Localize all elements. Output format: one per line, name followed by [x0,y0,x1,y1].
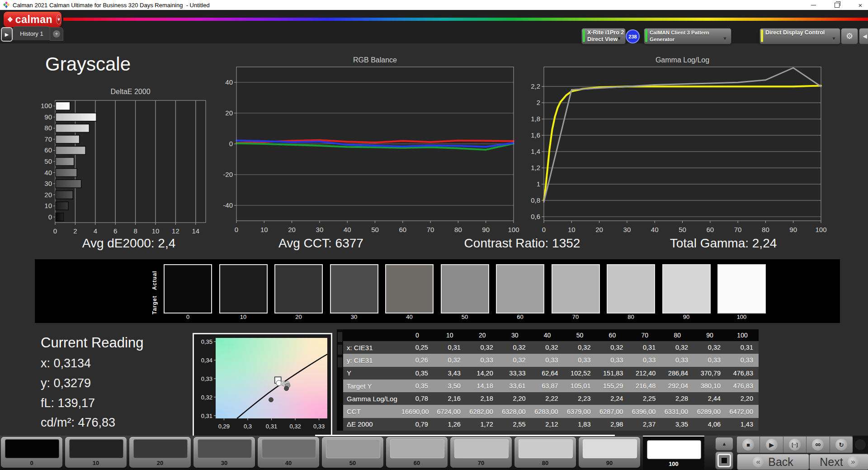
minimize-button[interactable] [808,1,818,9]
pattern-window-toggle-button[interactable] [715,451,733,470]
pattern-level-button-0[interactable]: 0 [1,437,62,468]
pattern-label: 90 [579,460,640,466]
refresh-icon: ↻ [835,439,847,451]
table-cell: 0,33 [628,354,661,366]
column-header: 30 [499,329,531,341]
minimize-icon [811,5,816,5]
continuous-button[interactable]: ∞ [807,437,830,453]
row-label: Target Y [343,380,401,392]
display-label: Direct Display Control [765,29,825,36]
swatch-level-30 [330,264,378,313]
avg-de2000-label: Avg dE2000: 2,4 [43,236,215,251]
svg-text:80: 80 [762,226,769,233]
pattern-label: 100 [643,461,704,467]
svg-text:50: 50 [371,226,379,233]
table-row: Gamma Log/Log0,782,162,182,202,222,232,2… [343,392,759,405]
pattern-label: 10 [65,460,127,466]
svg-text:60: 60 [399,226,406,233]
swatch-level-80 [607,264,655,313]
table-cell: 2,55 [499,418,531,431]
pattern-level-button-60[interactable]: 60 [386,437,448,468]
current-reading-heading: Current Reading [41,335,143,351]
back-button[interactable]: « Back [737,454,809,470]
settings-button[interactable]: ⚙ [841,28,858,44]
table-cell: 1,72 [466,418,499,431]
table-cell: 0,32 [693,341,726,354]
source-label: CalMAN Client 3 Pattern Generator [650,29,731,43]
svg-text:90: 90 [44,113,52,121]
svg-text:Gamma Log/Log: Gamma Log/Log [656,56,709,64]
svg-text:70: 70 [427,226,434,233]
svg-text:2: 2 [537,99,540,106]
pattern-label: 40 [258,460,319,466]
pattern-source-dropdown[interactable]: CalMAN Client 3 Pattern Generator ▼ [644,28,731,44]
chevron-left-icon: ◀ [863,33,867,39]
svg-text:0,31: 0,31 [266,423,277,430]
meter-dropdown[interactable]: X-Rite i1Pro 2 Direct View ▼ [581,28,626,44]
svg-text:20: 20 [595,226,603,233]
pattern-label: 70 [450,460,512,466]
stop-button[interactable]: ■ [737,437,760,453]
pattern-level-button-70[interactable]: 70 [450,437,512,468]
refresh-button[interactable]: ↻ [830,437,853,453]
column-header: 100 [726,329,759,341]
pattern-window-button[interactable]: [··] [783,437,807,453]
row-label: Y [343,367,401,380]
svg-text:4: 4 [94,227,97,235]
pattern-swatch [262,439,316,458]
svg-text:0,6: 0,6 [531,213,540,220]
table-cell: 63,87 [531,380,564,392]
column-header: 60 [596,329,628,341]
table-cell: 2,25 [628,392,661,405]
close-button[interactable]: × [855,1,865,9]
svg-text:30: 30 [316,226,324,233]
pattern-level-button-30[interactable]: 30 [193,437,255,468]
table-row: ΔE 20000,791,261,722,552,121,832,982,373… [343,418,759,431]
reading-cdm2: cd/m²: 476,83 [41,416,115,430]
history-nav-button[interactable]: ▶ [1,27,13,42]
calman-menu-button[interactable]: calman ▼ [4,12,61,27]
pattern-level-button-80[interactable]: 80 [514,437,576,468]
svg-text:70: 70 [734,226,742,233]
swatch-label: 90 [662,313,711,320]
display-control-dropdown[interactable]: Direct Display Control ▼ [760,28,840,44]
pattern-level-button-40[interactable]: 40 [258,437,319,468]
svg-text:2,2: 2,2 [531,82,540,90]
pattern-level-button-20[interactable]: 20 [129,437,191,468]
swatch-label: 30 [330,313,378,320]
play-button[interactable]: ▶ [760,437,783,453]
pattern-swatch [69,439,123,458]
column-header: 20 [466,329,499,341]
swatch-level-10 [219,264,268,313]
svg-text:0,8: 0,8 [531,196,540,204]
pattern-level-button-50[interactable]: 50 [322,437,383,468]
svg-text:60: 60 [706,226,714,233]
tab-history-1[interactable]: History 1 [13,26,51,40]
table-cell: 0,25 [401,341,434,354]
reading-fl: fL: 139,17 [41,396,95,410]
table-cell: 2,22 [531,392,564,405]
svg-text:DeltaE 2000: DeltaE 2000 [110,88,150,95]
pattern-level-button-10[interactable]: 10 [65,437,127,468]
pattern-level-button-90[interactable]: 90 [579,437,640,468]
next-button[interactable]: Next » [809,454,868,470]
table-cell: 2,37 [628,418,661,431]
svg-text:40: 40 [225,78,233,86]
table-cell: 0,32 [499,354,531,366]
svg-text:40: 40 [344,226,351,233]
pattern-level-button-100[interactable]: 100 [643,436,704,470]
add-tab-button[interactable]: + [50,27,63,41]
collapse-panel-button[interactable]: ◀ [859,28,868,44]
table-cell: 1,26 [434,418,466,431]
table-cell: 2,44 [693,392,726,405]
row-label: x: CIE31 [343,341,401,354]
table-cell: 14,18 [466,380,499,392]
cie-overlay: 0,350,340,330,320,310,290,30,310,320,33 [194,334,331,436]
table-row: CCT16690,006724,006282,006328,006283,006… [343,405,759,418]
pattern-bar-expand-button[interactable]: ▲ [715,437,733,451]
restore-button[interactable] [832,1,842,9]
svg-text:80: 80 [454,226,462,233]
svg-text:-20: -20 [223,171,233,178]
table-cell: 62,64 [531,367,564,380]
meter-name: X-Rite i1Pro 2 [587,29,624,36]
